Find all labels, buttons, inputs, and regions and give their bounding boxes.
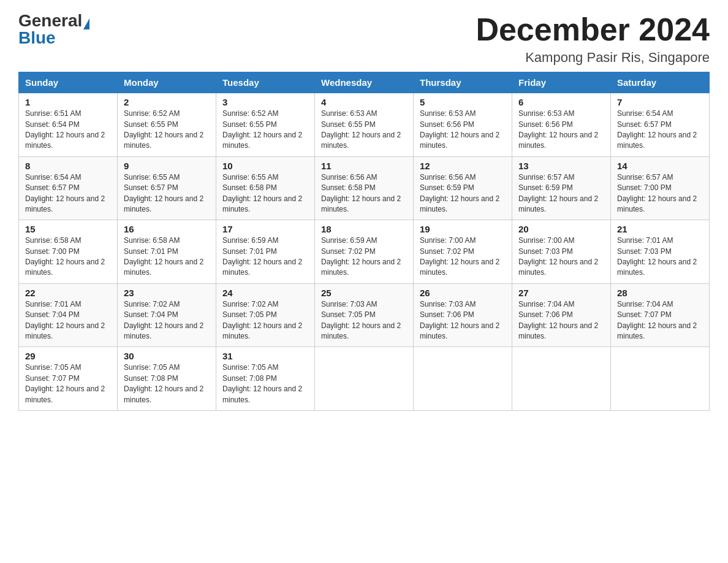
day-info: Sunrise: 6:53 AMSunset: 6:55 PMDaylight:…	[321, 109, 401, 150]
title-area: December 2024 Kampong Pasir Ris, Singapo…	[476, 12, 710, 66]
day-number: 24	[222, 288, 308, 298]
day-info: Sunrise: 6:59 AMSunset: 7:01 PMDaylight:…	[222, 236, 302, 277]
day-info: Sunrise: 6:53 AMSunset: 6:56 PMDaylight:…	[420, 109, 499, 150]
logo-top-row: General	[18, 12, 89, 29]
calendar-cell: 26 Sunrise: 7:03 AMSunset: 7:06 PMDaylig…	[414, 283, 512, 347]
day-number: 26	[420, 288, 506, 298]
page-header: General Blue December 2024 Kampong Pasir…	[18, 12, 710, 66]
day-info: Sunrise: 6:52 AMSunset: 6:55 PMDaylight:…	[124, 109, 203, 150]
day-info: Sunrise: 6:59 AMSunset: 7:02 PMDaylight:…	[321, 236, 401, 277]
month-title: December 2024	[476, 12, 710, 47]
day-info: Sunrise: 7:04 AMSunset: 7:07 PMDaylight:…	[617, 300, 697, 340]
day-number: 17	[222, 224, 308, 234]
day-info: Sunrise: 7:00 AMSunset: 7:02 PMDaylight:…	[420, 236, 499, 277]
calendar-cell: 7 Sunrise: 6:54 AMSunset: 6:57 PMDayligh…	[611, 93, 710, 157]
day-info: Sunrise: 7:01 AMSunset: 7:04 PMDaylight:…	[25, 300, 105, 340]
calendar-cell: 21 Sunrise: 7:01 AMSunset: 7:03 PMDaylig…	[611, 220, 710, 284]
calendar-cell: 16 Sunrise: 6:58 AMSunset: 7:01 PMDaylig…	[118, 220, 216, 284]
calendar-cell: 19 Sunrise: 7:00 AMSunset: 7:02 PMDaylig…	[414, 220, 512, 284]
calendar-cell: 4 Sunrise: 6:53 AMSunset: 6:55 PMDayligh…	[315, 93, 414, 157]
day-info: Sunrise: 7:04 AMSunset: 7:06 PMDaylight:…	[518, 300, 598, 340]
day-number: 21	[617, 224, 703, 234]
calendar-week-row: 8 Sunrise: 6:54 AMSunset: 6:57 PMDayligh…	[19, 156, 710, 220]
day-number: 7	[617, 97, 703, 107]
calendar-cell: 22 Sunrise: 7:01 AMSunset: 7:04 PMDaylig…	[19, 283, 118, 347]
calendar-cell: 6 Sunrise: 6:53 AMSunset: 6:56 PMDayligh…	[512, 93, 611, 157]
day-number: 28	[617, 288, 703, 298]
calendar-cell: 12 Sunrise: 6:56 AMSunset: 6:59 PMDaylig…	[414, 156, 512, 220]
day-info: Sunrise: 6:53 AMSunset: 6:56 PMDaylight:…	[518, 109, 598, 150]
weekday-header-monday: Monday	[118, 72, 216, 93]
day-info: Sunrise: 7:02 AMSunset: 7:05 PMDaylight:…	[222, 300, 302, 340]
logo-blue-text: Blue	[18, 29, 56, 47]
day-info: Sunrise: 6:52 AMSunset: 6:55 PMDaylight:…	[222, 109, 302, 150]
day-number: 8	[25, 161, 111, 171]
calendar-week-row: 1 Sunrise: 6:51 AMSunset: 6:54 PMDayligh…	[19, 93, 710, 157]
calendar-cell: 1 Sunrise: 6:51 AMSunset: 6:54 PMDayligh…	[19, 93, 118, 157]
day-info: Sunrise: 6:56 AMSunset: 6:59 PMDaylight:…	[420, 173, 499, 213]
day-number: 31	[222, 351, 308, 361]
calendar-cell: 24 Sunrise: 7:02 AMSunset: 7:05 PMDaylig…	[216, 283, 315, 347]
calendar-cell: 27 Sunrise: 7:04 AMSunset: 7:06 PMDaylig…	[512, 283, 611, 347]
logo-triangle-icon	[83, 18, 89, 29]
calendar-week-row: 22 Sunrise: 7:01 AMSunset: 7:04 PMDaylig…	[19, 283, 710, 347]
day-number: 14	[617, 161, 703, 171]
day-number: 4	[321, 97, 407, 107]
day-number: 12	[420, 161, 506, 171]
day-info: Sunrise: 7:00 AMSunset: 7:03 PMDaylight:…	[518, 236, 598, 277]
day-number: 29	[25, 351, 111, 361]
calendar-cell: 29 Sunrise: 7:05 AMSunset: 7:07 PMDaylig…	[19, 347, 118, 411]
calendar-cell: 3 Sunrise: 6:52 AMSunset: 6:55 PMDayligh…	[216, 93, 315, 157]
calendar-cell: 15 Sunrise: 6:58 AMSunset: 7:00 PMDaylig…	[19, 220, 118, 284]
day-info: Sunrise: 6:58 AMSunset: 7:01 PMDaylight:…	[124, 236, 203, 277]
day-number: 19	[420, 224, 506, 234]
day-number: 30	[124, 351, 210, 361]
day-number: 10	[222, 161, 308, 171]
day-number: 2	[124, 97, 210, 107]
day-info: Sunrise: 6:54 AMSunset: 6:57 PMDaylight:…	[25, 173, 105, 213]
day-number: 15	[25, 224, 111, 234]
day-info: Sunrise: 7:01 AMSunset: 7:03 PMDaylight:…	[617, 236, 697, 277]
calendar-cell: 30 Sunrise: 7:05 AMSunset: 7:08 PMDaylig…	[118, 347, 216, 411]
weekday-header-thursday: Thursday	[414, 72, 512, 93]
day-info: Sunrise: 6:57 AMSunset: 6:59 PMDaylight:…	[518, 173, 598, 213]
day-number: 22	[25, 288, 111, 298]
day-number: 1	[25, 97, 111, 107]
weekday-header-tuesday: Tuesday	[216, 72, 315, 93]
calendar-cell: 2 Sunrise: 6:52 AMSunset: 6:55 PMDayligh…	[118, 93, 216, 157]
weekday-header-sunday: Sunday	[19, 72, 118, 93]
calendar-cell: 28 Sunrise: 7:04 AMSunset: 7:07 PMDaylig…	[611, 283, 710, 347]
day-number: 11	[321, 161, 407, 171]
logo: General Blue	[18, 12, 89, 47]
location-title: Kampong Pasir Ris, Singapore	[476, 50, 710, 66]
day-number: 6	[518, 97, 604, 107]
day-info: Sunrise: 6:54 AMSunset: 6:57 PMDaylight:…	[617, 109, 697, 150]
day-info: Sunrise: 7:02 AMSunset: 7:04 PMDaylight:…	[124, 300, 203, 340]
calendar-cell: 13 Sunrise: 6:57 AMSunset: 6:59 PMDaylig…	[512, 156, 611, 220]
day-info: Sunrise: 7:05 AMSunset: 7:07 PMDaylight:…	[25, 363, 105, 404]
day-number: 16	[124, 224, 210, 234]
day-info: Sunrise: 7:05 AMSunset: 7:08 PMDaylight:…	[222, 363, 302, 404]
day-info: Sunrise: 7:03 AMSunset: 7:06 PMDaylight:…	[420, 300, 499, 340]
day-number: 13	[518, 161, 604, 171]
day-info: Sunrise: 6:51 AMSunset: 6:54 PMDaylight:…	[25, 109, 105, 150]
calendar-cell: 11 Sunrise: 6:56 AMSunset: 6:58 PMDaylig…	[315, 156, 414, 220]
day-info: Sunrise: 6:58 AMSunset: 7:00 PMDaylight:…	[25, 236, 105, 277]
calendar-cell: 8 Sunrise: 6:54 AMSunset: 6:57 PMDayligh…	[19, 156, 118, 220]
calendar-header-row: SundayMondayTuesdayWednesdayThursdayFrid…	[19, 72, 710, 93]
calendar-cell: 18 Sunrise: 6:59 AMSunset: 7:02 PMDaylig…	[315, 220, 414, 284]
day-number: 27	[518, 288, 604, 298]
calendar-cell: 10 Sunrise: 6:55 AMSunset: 6:58 PMDaylig…	[216, 156, 315, 220]
day-info: Sunrise: 7:03 AMSunset: 7:05 PMDaylight:…	[321, 300, 401, 340]
calendar-cell: 31 Sunrise: 7:05 AMSunset: 7:08 PMDaylig…	[216, 347, 315, 411]
calendar-cell: 5 Sunrise: 6:53 AMSunset: 6:56 PMDayligh…	[414, 93, 512, 157]
calendar-cell	[315, 347, 414, 411]
calendar-cell: 9 Sunrise: 6:55 AMSunset: 6:57 PMDayligh…	[118, 156, 216, 220]
calendar-cell: 23 Sunrise: 7:02 AMSunset: 7:04 PMDaylig…	[118, 283, 216, 347]
day-number: 3	[222, 97, 308, 107]
weekday-header-saturday: Saturday	[611, 72, 710, 93]
calendar-cell	[512, 347, 611, 411]
calendar-week-row: 15 Sunrise: 6:58 AMSunset: 7:00 PMDaylig…	[19, 220, 710, 284]
day-number: 25	[321, 288, 407, 298]
calendar-cell: 20 Sunrise: 7:00 AMSunset: 7:03 PMDaylig…	[512, 220, 611, 284]
